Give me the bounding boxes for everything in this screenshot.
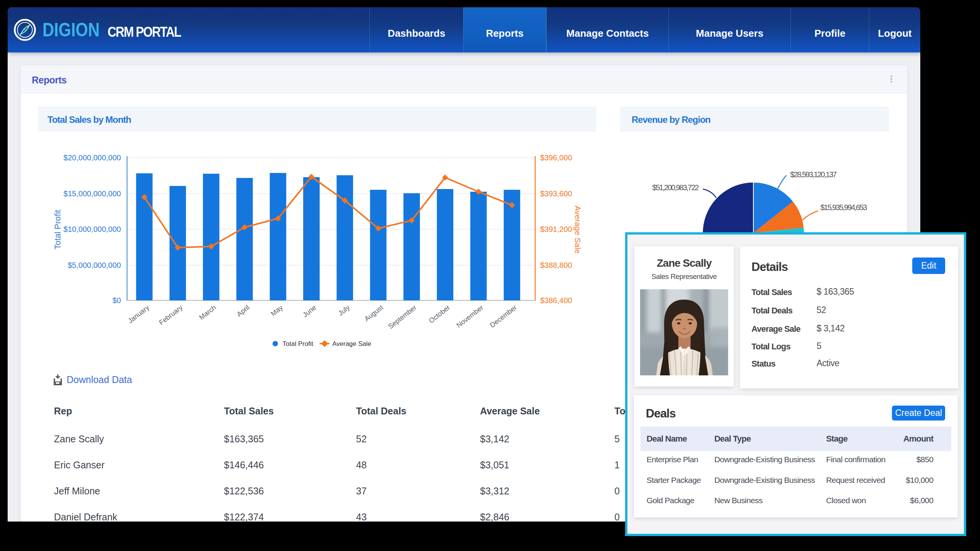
svg-text:$396,000: $396,000	[540, 153, 572, 162]
svg-text:May: May	[270, 303, 284, 318]
svg-text:October: October	[427, 303, 451, 324]
svg-text:April: April	[235, 303, 251, 318]
svg-text:Average Sale: Average Sale	[332, 340, 371, 347]
svg-text:$388,800: $388,800	[540, 261, 572, 269]
svg-text:$393,600: $393,600	[540, 189, 572, 198]
svg-text:July: July	[337, 303, 351, 317]
svg-text:January: January	[127, 303, 151, 324]
svg-text:November: November	[455, 303, 485, 329]
svg-text:$391,200: $391,200	[540, 225, 572, 233]
svg-text:March: March	[198, 303, 217, 321]
svg-text:$15,935,994,653: $15,935,994,653	[820, 203, 867, 212]
svg-text:$10,000,000,000: $10,000,000,000	[64, 225, 121, 233]
svg-text:$28,593,120,137: $28,593,120,137	[790, 170, 837, 179]
svg-text:August: August	[363, 303, 384, 323]
svg-text:Average Sale: Average Sale	[573, 205, 582, 254]
svg-text:$20,000,000,000: $20,000,000,000	[64, 153, 121, 162]
svg-text:June: June	[301, 303, 318, 319]
svg-text:December: December	[488, 303, 518, 329]
svg-text:$5,000,000,000: $5,000,000,000	[68, 261, 121, 269]
svg-text:$386,400: $386,400	[540, 296, 572, 305]
svg-text:$51,200,983,722: $51,200,983,722	[652, 183, 699, 192]
svg-text:Total Profit: Total Profit	[53, 210, 62, 249]
svg-text:Total Profit: Total Profit	[283, 340, 314, 347]
svg-text:$15,000,000,000: $15,000,000,000	[64, 189, 121, 198]
svg-text:September: September	[387, 303, 418, 330]
svg-text:February: February	[158, 303, 184, 326]
svg-text:$0: $0	[113, 296, 121, 305]
